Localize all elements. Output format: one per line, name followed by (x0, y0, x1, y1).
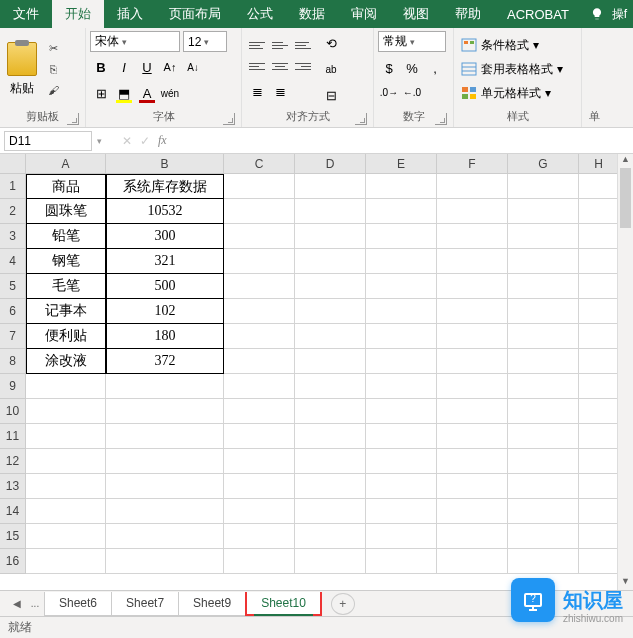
col-header-B[interactable]: B (106, 154, 224, 174)
cell-D15[interactable] (295, 524, 366, 549)
cell-G16[interactable] (508, 549, 579, 574)
formula-bar-input[interactable] (173, 131, 633, 151)
cell-A5[interactable]: 毛笔 (26, 274, 106, 299)
cell-D1[interactable] (295, 174, 366, 199)
copy-button[interactable]: ⎘ (42, 59, 64, 79)
cell-E3[interactable] (366, 224, 437, 249)
number-format-combo[interactable]: 常规▾ (378, 31, 446, 52)
row-header-16[interactable]: 16 (0, 549, 26, 574)
cell-F14[interactable] (437, 499, 508, 524)
cell-G7[interactable] (508, 324, 579, 349)
cell-B12[interactable] (106, 449, 224, 474)
cell-D13[interactable] (295, 474, 366, 499)
tell-me-icon[interactable] (590, 7, 604, 21)
cell-A4[interactable]: 钢笔 (26, 249, 106, 274)
cell-H12[interactable] (579, 449, 619, 474)
cell-C8[interactable] (224, 349, 295, 374)
cell-B2[interactable]: 10532 (106, 199, 224, 224)
cell-G9[interactable] (508, 374, 579, 399)
cell-H11[interactable] (579, 424, 619, 449)
cell-C6[interactable] (224, 299, 295, 324)
cell-G12[interactable] (508, 449, 579, 474)
cell-F10[interactable] (437, 399, 508, 424)
ribbon-tab-文件[interactable]: 文件 (0, 0, 52, 28)
row-header-6[interactable]: 6 (0, 299, 26, 324)
paste-button[interactable]: 粘贴 (4, 42, 40, 97)
cell-H2[interactable] (579, 199, 619, 224)
cell-B3[interactable]: 300 (106, 224, 224, 249)
cell-F11[interactable] (437, 424, 508, 449)
row-header-13[interactable]: 13 (0, 474, 26, 499)
ribbon-tab-公式[interactable]: 公式 (234, 0, 286, 28)
sheet-tab-Sheet10[interactable]: Sheet10 (245, 592, 322, 616)
cell-H14[interactable] (579, 499, 619, 524)
cell-G4[interactable] (508, 249, 579, 274)
cell-A1[interactable]: 商品 (26, 174, 106, 199)
cell-F9[interactable] (437, 374, 508, 399)
cell-E13[interactable] (366, 474, 437, 499)
cell-A3[interactable]: 铅笔 (26, 224, 106, 249)
cell-G10[interactable] (508, 399, 579, 424)
cell-D16[interactable] (295, 549, 366, 574)
cell-H4[interactable] (579, 249, 619, 274)
cell-G11[interactable] (508, 424, 579, 449)
scrollbar-thumb[interactable] (620, 168, 631, 228)
cell-F12[interactable] (437, 449, 508, 474)
cell-B1[interactable]: 系统库存数据 (106, 174, 224, 199)
cell-E14[interactable] (366, 499, 437, 524)
cell-A13[interactable] (26, 474, 106, 499)
ribbon-tab-帮助[interactable]: 帮助 (442, 0, 494, 28)
cell-B8[interactable]: 372 (106, 349, 224, 374)
dialog-launcher-icon[interactable] (355, 113, 367, 125)
cell-B16[interactable] (106, 549, 224, 574)
font-color-button[interactable]: A (136, 82, 158, 104)
sheet-tab-Sheet9[interactable]: Sheet9 (178, 592, 246, 616)
cell-G5[interactable] (508, 274, 579, 299)
cell-F15[interactable] (437, 524, 508, 549)
cell-C16[interactable] (224, 549, 295, 574)
ribbon-tab-视图[interactable]: 视图 (390, 0, 442, 28)
cell-A9[interactable] (26, 374, 106, 399)
row-header-5[interactable]: 5 (0, 274, 26, 299)
cell-A16[interactable] (26, 549, 106, 574)
cell-B4[interactable]: 321 (106, 249, 224, 274)
comma-button[interactable]: , (424, 57, 446, 79)
cell-B5[interactable]: 500 (106, 274, 224, 299)
cell-C4[interactable] (224, 249, 295, 274)
cell-F13[interactable] (437, 474, 508, 499)
cell-E15[interactable] (366, 524, 437, 549)
vertical-scrollbar[interactable]: ▲ ▼ (617, 154, 633, 590)
cell-H16[interactable] (579, 549, 619, 574)
orientation-button[interactable]: ⟲ (320, 32, 342, 54)
align-left-button[interactable] (246, 57, 268, 77)
cell-E7[interactable] (366, 324, 437, 349)
cell-C14[interactable] (224, 499, 295, 524)
cell-D10[interactable] (295, 399, 366, 424)
cell-H9[interactable] (579, 374, 619, 399)
conditional-format-button[interactable]: 条件格式 ▾ (458, 34, 566, 56)
cell-C9[interactable] (224, 374, 295, 399)
col-header-C[interactable]: C (224, 154, 295, 174)
cut-button[interactable]: ✂ (42, 38, 64, 58)
cell-C1[interactable] (224, 174, 295, 199)
cell-D12[interactable] (295, 449, 366, 474)
cell-C5[interactable] (224, 274, 295, 299)
col-header-D[interactable]: D (295, 154, 366, 174)
scroll-up-icon[interactable]: ▲ (618, 154, 633, 168)
cell-H3[interactable] (579, 224, 619, 249)
sheet-tab-Sheet7[interactable]: Sheet7 (111, 592, 179, 616)
phonetic-button[interactable]: wén (159, 82, 181, 104)
cell-E9[interactable] (366, 374, 437, 399)
cell-G3[interactable] (508, 224, 579, 249)
sheet-nav-prev[interactable]: ◀ (8, 593, 26, 615)
cell-D3[interactable] (295, 224, 366, 249)
cell-B10[interactable] (106, 399, 224, 424)
row-header-8[interactable]: 8 (0, 349, 26, 374)
shrink-font-button[interactable]: A↓ (182, 56, 204, 78)
cell-E8[interactable] (366, 349, 437, 374)
italic-button[interactable]: I (113, 56, 135, 78)
row-header-1[interactable]: 1 (0, 174, 26, 199)
ribbon-tab-审阅[interactable]: 审阅 (338, 0, 390, 28)
font-name-combo[interactable]: 宋体▾ (90, 31, 180, 52)
cell-C15[interactable] (224, 524, 295, 549)
